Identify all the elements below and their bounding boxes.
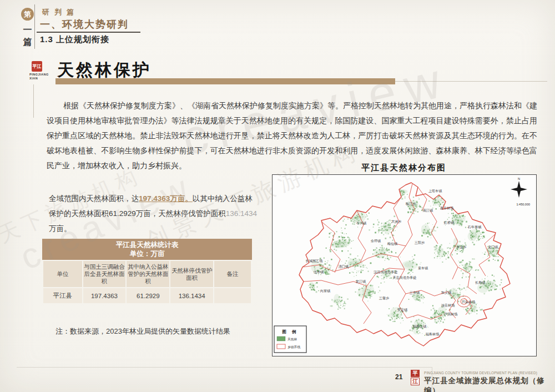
footer-seal-top: 平 xyxy=(411,370,420,377)
table-cell: 平江县 xyxy=(43,288,82,303)
section-title: 一、环境大势研判 xyxy=(40,18,129,31)
map-town-label: 向家镇 xyxy=(320,289,331,293)
map-town-label: 安定镇 xyxy=(397,308,408,312)
plan-title-en: PINGJIANG COUNTY TOURISM DEVELOPMENT PLA… xyxy=(424,371,555,375)
legend-title: 图 例 xyxy=(282,329,298,334)
map-town-label: 长城园艺场 xyxy=(306,259,323,263)
table-cell: 197.4363 xyxy=(83,288,126,303)
north-arrow-label: N xyxy=(518,177,520,180)
stats-text: 全域范围内天然林面积，达 xyxy=(49,194,139,203)
map-town-label: 幕阜林场 xyxy=(440,206,454,210)
chapter-badge: 第 xyxy=(21,8,34,21)
table-unit: 单位：万亩 xyxy=(42,249,252,258)
footer-seal-logo: 平 江 xyxy=(411,370,420,387)
table-cell: 61.2929 xyxy=(127,288,169,303)
table-row: 平江县197.436361.2929136.1434 xyxy=(43,288,251,303)
table-cell xyxy=(214,288,251,303)
stats-highlight-value: 197.4363万亩。 xyxy=(139,194,193,203)
document-page: 第 一 篇 研判篇 一、环境大势研判 1.3 上位规划衔接 平江 PINGJIA… xyxy=(0,0,555,392)
map-legend: 图 例 天然林 乡镇界线 xyxy=(274,326,306,353)
stats-text-post: 万亩。 xyxy=(49,224,72,233)
plan-title-zh: 平江县全域旅游发展总体规划（修编） xyxy=(424,376,555,392)
map-town-label: 连云林场 xyxy=(441,303,455,308)
table-title-block: 平江县天然林统计表 单位：万亩 xyxy=(42,239,252,260)
map-town-label: 芦头林场 xyxy=(462,300,476,304)
map-town-label: 三阳乡 xyxy=(415,240,425,245)
county-logo-caption: PINGJIANG XIAN xyxy=(29,73,49,81)
legend-boundary-swatch xyxy=(277,344,285,349)
map-town-label: 大洲乡 xyxy=(391,219,402,224)
map-town-label: 瓮江镇 xyxy=(356,279,366,284)
table-title: 平江县天然林统计表 xyxy=(42,240,252,249)
footer-plan-titles: PINGJIANG COUNTY TOURISM DEVELOPMENT PLA… xyxy=(424,371,555,392)
map-town-label: 天岳街道办事处 xyxy=(392,275,416,280)
chapter-char-2: 篇 xyxy=(21,37,34,48)
logo-line1: PINGJIANG xyxy=(29,73,49,77)
section-label: 研判篇 xyxy=(42,7,79,17)
natural-forest-distribution-map: 上塔市镇板江乡南江镇幕阜林场虹桥镇石牛寨镇岑川镇大洲乡余坪镇梅仙镇三阳乡木金乡龙… xyxy=(272,174,537,356)
table-column-header: 天然林停伐管护面积 xyxy=(170,261,213,287)
body-paragraph: 根据《天然林保护修复制度方案》、《湖南省天然林保护修复制度实施方案》等。严格控制… xyxy=(47,98,537,173)
map-town-label: 三市镇 xyxy=(410,290,420,294)
map-town-label: 浯口镇 xyxy=(339,264,349,269)
map-town-label: 石牛寨镇 xyxy=(467,225,482,229)
section-underline xyxy=(37,32,140,33)
map-title: 平江县天然林分布图 xyxy=(272,163,536,173)
map-town-label: 岑川镇 xyxy=(356,221,367,225)
table-column-header: 单位 xyxy=(43,261,82,287)
forest-area-summary: 全域范围内天然林面积，达197.4363万亩。以其中纳入公益林保护的天然林面积6… xyxy=(49,191,260,236)
map-town-label: 虹桥镇 xyxy=(444,220,455,224)
map-town-label: 上塔市镇 xyxy=(428,189,443,193)
legend-forest-label: 天然林 xyxy=(287,337,297,341)
map-scale: 1:450,000 xyxy=(517,203,530,206)
map-town-label: 福寿山镇 xyxy=(413,324,427,329)
table-column-header: 与国土三调融合后全县天然林面积 xyxy=(83,261,126,287)
table-column-header: 其中纳入公益林管护的天然林面积 xyxy=(127,261,169,287)
title-accent-bar xyxy=(56,78,395,84)
map-town-label: 木金乡 xyxy=(456,245,467,249)
map-town-label: 长寿镇 xyxy=(475,280,486,285)
table-header-row: 单位与国土三调融合后全县天然林面积其中纳入公益林管护的天然林面积天然林停伐管护面… xyxy=(43,261,251,287)
county-seal-logo: 平江 xyxy=(32,61,42,72)
map-town-label: 福寿林场 xyxy=(426,332,440,336)
map-town-label: 加义镇 xyxy=(441,290,452,294)
chapter-char-1: 一 xyxy=(21,24,34,36)
breadcrumb-subsection: 1.3 上位规划衔接 xyxy=(40,34,109,45)
legend-forest-swatch xyxy=(277,336,285,341)
map-town-label: 童市镇 xyxy=(418,266,428,270)
map-town-label: 南江镇 xyxy=(423,208,433,213)
map-town-label: 余坪镇 xyxy=(371,239,381,243)
title-thin-rule xyxy=(395,81,547,82)
map-town-label: 龙门镇 xyxy=(488,245,498,249)
table-column-header: 备注 xyxy=(214,261,251,287)
header-divider xyxy=(34,4,35,49)
stats-light-value: 136.1434 xyxy=(226,209,257,218)
map-town-label: 板江乡 xyxy=(405,202,416,206)
table-cell: 136.1434 xyxy=(170,288,213,303)
map-town-label: 梅仙镇 xyxy=(387,242,398,246)
logo-line2: XIAN xyxy=(29,77,49,81)
map-town-label: 伍市镇 xyxy=(314,270,324,274)
table-body: 平江县197.436361.2929136.1434 xyxy=(43,288,251,303)
footer-seal-bottom: 江 xyxy=(411,378,420,385)
forest-stats-grid: 单位与国土三调融合后全县天然林面积其中纳入公益林管护的天然林面积天然林停伐管护面… xyxy=(42,260,252,304)
legend-boundary-label: 乡镇界线 xyxy=(287,345,300,349)
logo-vertical-rule xyxy=(33,84,34,118)
map-town-label: 三墩乡 xyxy=(379,296,390,300)
map-town-label: 芦洞林场 xyxy=(444,312,458,316)
page-number: 21 xyxy=(395,373,402,381)
map-town-label: 汉昌街道办事处 xyxy=(374,270,397,274)
forest-stats-table: 平江县天然林统计表 单位：万亩 单位与国土三调融合后全县天然林面积其中纳入公益林… xyxy=(42,239,252,304)
data-source-note: 注：数据来源，2023年林业局提供的矢量数据统计结果 xyxy=(56,326,230,336)
footer-horizontal-rule xyxy=(17,367,432,368)
